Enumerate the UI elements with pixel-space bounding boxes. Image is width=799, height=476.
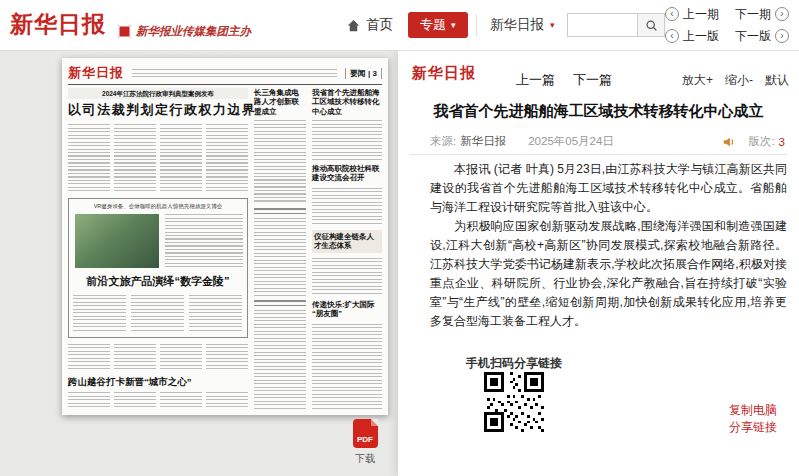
greeked-text [68,124,110,192]
greeked-text [68,392,110,409]
nav-divider [476,14,477,36]
nav-topics-label: 专题 [420,16,446,34]
prev-article-link[interactable]: 上一篇 [516,71,555,89]
paper-masthead: 新华日报 要闻 | 3 [68,62,382,85]
prev-circle-icon: ‹ [665,29,679,43]
article-reader-panel: 新华日报 上一篇 下一篇 放大+ 缩小- 默认 我省首个先进船舶海工区域技术转移… [398,50,799,476]
paper-headline-main[interactable]: 以司法裁判划定行政权力边界 [68,102,248,118]
greeked-text [189,295,242,333]
site-logo[interactable]: 新华日报 [10,9,106,40]
greeked-text [160,124,202,192]
greeked-text [312,324,382,409]
feature-photo [75,214,159,268]
paragraph: 本报讯 (记者 叶真) 5月23日,由江苏科技大学与镇江高新区共同建设的我省首个… [430,160,787,217]
paper-headline-bottom[interactable]: 跨山越谷打卡新晋“城市之心” [68,376,248,388]
nav-topics-button[interactable]: 专题 ▾ [408,12,468,38]
article-navigation: 上一篇 下一篇 [516,71,612,89]
app-window: 新华日报 新华报业传媒集团主办 首页 专题 ▾ 新华日报 ▾ [0,0,799,476]
qr-code [484,372,544,432]
next-circle-icon: › [775,29,789,43]
greeked-text [114,124,156,192]
pdf-icon-label: PDF [357,435,373,444]
zoom-reset-button[interactable]: 默认 [765,72,789,89]
greeked-text [206,124,248,192]
paper-section-label: 要闻 | 3 [345,68,382,79]
publisher-text: 新华报业传媒集团主办 [136,24,251,39]
greeked-text [206,392,248,409]
paper-headline-mid[interactable]: 长三角集成电路人才创新联盟成立 [254,88,306,116]
greeked-text [312,120,382,160]
edition-label: 版次: [748,134,774,149]
share-line-2: 分享链接 [729,420,777,434]
next-page-button[interactable]: 下一版 › [735,28,789,45]
chevron-down-icon: ▾ [451,20,456,30]
search-button[interactable] [637,13,665,37]
issue-row: ‹ 上一期 下一期 › [665,3,789,25]
greeked-subhead [254,300,306,306]
edition-dropdown-label: 新华日报 [490,16,544,34]
greeked-text [73,295,126,333]
edition-dropdown[interactable]: 新华日报 ▾ [490,16,555,34]
search-icon [645,19,658,32]
greeked-text [254,218,306,296]
paper-masthead-logo: 新华日报 [68,64,124,82]
page-row: ‹ 上一版 下一版 › [665,25,789,47]
next-issue-button[interactable]: 下一期 › [735,6,789,23]
reader-logo: 新华日报 [412,64,476,83]
top-header: 新华日报 新华报业传媒集团主办 首页 专题 ▾ 新华日报 ▾ [0,0,799,51]
meta-divider [410,154,787,155]
greeked-text [160,344,202,372]
download-pdf[interactable]: PDF 下载 [346,419,384,466]
issue-navigation: ‹ 上一期 下一期 › ‹ 上一版 下一版 › [665,3,789,47]
prev-issue-button[interactable]: ‹ 上一期 [665,6,719,23]
paper-feature-kicker: VR健身设备、会做咖啡的机器人惊艳亮相旅游文博会 [73,203,243,210]
home-icon [346,18,361,33]
greeked-text [160,392,202,409]
article-body: 本报讯 (记者 叶真) 5月23日,由江苏科技大学与镇江高新区共同建设的我省首个… [430,160,787,331]
audio-speaker-icon[interactable] [722,135,736,149]
qr-caption: 手机扫码分享链接 [450,355,578,372]
zoom-out-button[interactable]: 缩小- [725,72,753,89]
greeked-text [114,344,156,372]
publisher-line: 新华报业传媒集团主办 [118,24,251,39]
newspaper-page-preview[interactable]: 新华日报 要闻 | 3 2024年江苏法院行政审判典型案例发布 以司法裁判划定行… [62,58,388,415]
source-label: 来源: [430,134,456,149]
paper-right-headline-1[interactable]: 我省首个先进船舶海工区域技术转移转化中心成立 [312,88,382,116]
search-box [567,13,665,37]
greeked-text [132,69,337,77]
share-line-1: 复制电脑 [729,403,777,417]
greeked-text [312,258,382,296]
greeked-text [114,392,156,409]
paper-right-headline-3[interactable]: 仪征构建全链条人才生态体系 [312,230,382,253]
greeked-text [165,214,243,268]
zoom-controls: 放大+ 缩小- 默认 [682,72,789,89]
chevron-down-icon: ▾ [550,20,555,30]
nav-home-label: 首页 [366,16,393,34]
greeked-subhead [254,208,306,214]
paper-feature-box[interactable]: VR健身设备、会做咖啡的机器人惊艳亮相旅游文博会 前沿文旅产品演绎“数字金陵” [68,198,248,338]
prev-page-button[interactable]: ‹ 上一版 [665,28,719,45]
paper-right-headline-2[interactable]: 推动高职院校社科联建设交流会召开 [312,164,382,183]
paper-right-headline-4[interactable]: 传递快乐:扩大国际“朋友圈” [312,300,382,319]
next-issue-label: 下一期 [735,6,771,23]
greeked-text [206,344,248,372]
nav-home[interactable]: 首页 [346,16,393,34]
pdf-icon: PDF [353,419,378,448]
prev-circle-icon: ‹ [665,7,679,21]
source-value: 新华日报 [460,134,506,149]
seal-icon [118,25,131,38]
copy-share-link[interactable]: 复制电脑 分享链接 [729,402,777,436]
article-title: 我省首个先进船舶海工区域技术转移转化中心成立 [422,102,775,121]
greeked-text [254,310,306,409]
next-circle-icon: › [775,7,789,21]
paragraph: 为积极响应国家创新驱动发展战略,围绕海洋强国和制造强国建设,江科大创新“高校+高… [430,217,787,331]
next-article-link[interactable]: 下一篇 [573,71,612,89]
zoom-in-button[interactable]: 放大+ [682,72,713,89]
edition-value: 3 [779,136,785,148]
greeked-text [131,295,184,333]
prev-page-label: 上一版 [683,28,719,45]
download-label: 下载 [346,452,384,466]
publish-date: 2025年05月24日 [528,134,614,149]
paper-notice-line[interactable]: 2024年江苏法院行政审判典型案例发布 [68,88,248,99]
search-input[interactable] [567,13,637,37]
